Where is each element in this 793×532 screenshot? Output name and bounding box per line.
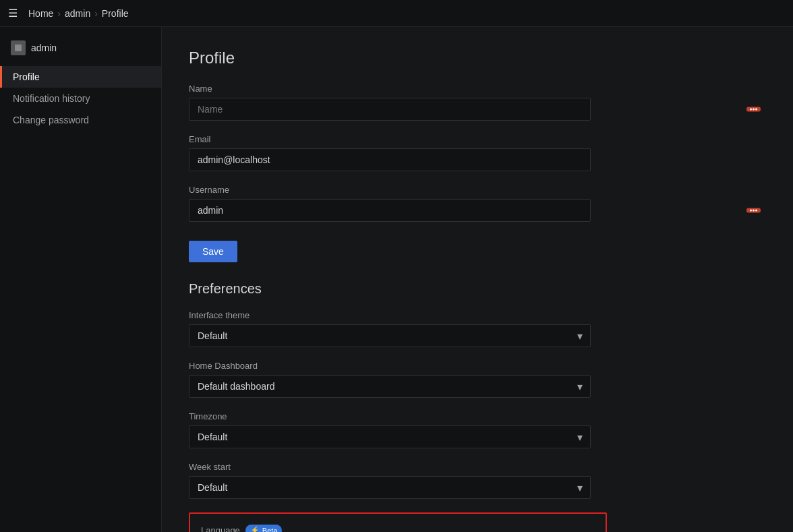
interface-theme-group: Interface theme Default	[189, 310, 766, 347]
sidebar-item-notification-history[interactable]: Notification history	[0, 88, 161, 109]
layout: admin Profile Notification history Chang…	[0, 27, 793, 532]
sidebar-user: admin	[0, 35, 161, 66]
interface-theme-select-wrapper: Default	[189, 324, 591, 347]
sidebar-item-profile-label: Profile	[13, 71, 40, 82]
beta-label: Beta	[262, 527, 278, 533]
save-button[interactable]: Save	[189, 241, 237, 262]
timezone-select-wrapper: Default	[189, 425, 591, 448]
sidebar-item-profile[interactable]: Profile	[0, 66, 161, 88]
username-label: Username	[189, 185, 766, 195]
breadcrumb-current: Profile	[102, 8, 129, 19]
topbar: ☰ Home › admin › Profile	[0, 0, 793, 27]
timezone-group: Timezone Default	[189, 411, 766, 448]
sidebar-username: admin	[31, 42, 57, 53]
sidebar: admin Profile Notification history Chang…	[0, 27, 162, 532]
beta-lightning-icon: ⚡	[250, 526, 260, 532]
week-start-select[interactable]: Default	[189, 476, 591, 499]
beta-badge: ⚡ Beta	[245, 525, 283, 532]
breadcrumb: Home › admin › Profile	[28, 8, 129, 19]
breadcrumb-home[interactable]: Home	[28, 8, 53, 19]
home-dashboard-group: Home Dashboard Default dashboard	[189, 361, 766, 398]
language-label: Language	[201, 525, 240, 532]
username-field-group: Username	[189, 185, 766, 222]
home-dashboard-select-wrapper: Default dashboard	[189, 375, 591, 398]
user-icon	[11, 40, 26, 55]
page-title: Profile	[189, 49, 766, 67]
username-edit-badge[interactable]	[746, 208, 761, 213]
username-input-wrapper	[189, 199, 766, 222]
main-content: Profile Name Email Username	[162, 27, 793, 532]
email-label: Email	[189, 134, 766, 144]
week-start-label: Week start	[189, 462, 766, 472]
name-field-group: Name	[189, 84, 766, 121]
timezone-select[interactable]: Default	[189, 425, 591, 448]
language-label-row: Language ⚡ Beta	[201, 525, 595, 532]
week-start-select-wrapper: Default	[189, 476, 591, 499]
timezone-label: Timezone	[189, 411, 766, 421]
name-input-wrapper	[189, 98, 766, 121]
name-input[interactable]	[189, 98, 591, 121]
language-section: Language ⚡ Beta English	[189, 512, 607, 532]
svg-rect-1	[15, 45, 22, 51]
home-dashboard-label: Home Dashboard	[189, 361, 766, 371]
email-input[interactable]	[189, 148, 591, 171]
breadcrumb-sep-2: ›	[94, 8, 98, 19]
preferences-title: Preferences	[189, 281, 766, 297]
week-start-group: Week start Default	[189, 462, 766, 499]
home-dashboard-select[interactable]: Default dashboard	[189, 375, 591, 398]
email-input-wrapper	[189, 148, 766, 171]
sidebar-item-notification-history-label: Notification history	[13, 93, 90, 104]
breadcrumb-admin[interactable]: admin	[65, 8, 90, 19]
sidebar-item-change-password-label: Change password	[13, 115, 89, 125]
name-edit-badge[interactable]	[746, 107, 761, 112]
email-field-group: Email	[189, 134, 766, 171]
hamburger-icon[interactable]: ☰	[8, 7, 18, 20]
breadcrumb-sep-1: ›	[57, 8, 61, 19]
interface-theme-label: Interface theme	[189, 310, 766, 320]
username-input[interactable]	[189, 199, 591, 222]
name-label: Name	[189, 84, 766, 94]
interface-theme-select[interactable]: Default	[189, 324, 591, 347]
sidebar-item-change-password[interactable]: Change password	[0, 109, 161, 131]
